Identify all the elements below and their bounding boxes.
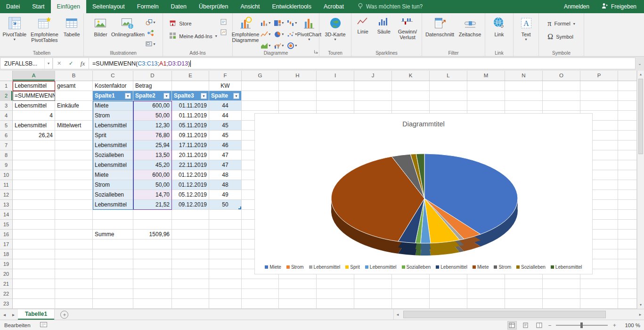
cell-K21[interactable] <box>392 279 430 289</box>
column-header-N[interactable]: N <box>505 71 543 81</box>
cell-P3[interactable] <box>580 101 618 111</box>
cell-B10[interactable] <box>55 170 93 180</box>
cell-M21[interactable] <box>467 279 505 289</box>
cell-B12[interactable] <box>55 190 93 200</box>
cell-B23[interactable] <box>55 299 93 309</box>
cell-F14[interactable] <box>209 210 242 220</box>
cell-B3[interactable]: Einkäufe <box>55 101 93 111</box>
column-header-H[interactable]: H <box>279 71 317 81</box>
cell-K3[interactable] <box>392 101 430 111</box>
cell-C8[interactable]: Sozialleben <box>93 150 133 160</box>
cell-D3[interactable]: 600,00 <box>133 101 172 111</box>
column-header-G[interactable]: G <box>242 71 279 81</box>
cell-A4[interactable]: 4 <box>13 111 55 121</box>
cell-C5[interactable]: Lebensmittel <box>93 121 133 131</box>
cell-M1[interactable] <box>467 81 505 91</box>
column-header-I[interactable]: I <box>317 71 354 81</box>
cell-B20[interactable] <box>55 269 93 279</box>
chart-type-area-icon[interactable]: ▾ <box>259 40 272 51</box>
cell-E2[interactable]: Spalte3▾ <box>172 91 209 101</box>
cell-D14[interactable] <box>133 210 172 220</box>
cell-C10[interactable]: Miete <box>93 170 133 180</box>
row-header-8[interactable]: 8 <box>0 150 13 160</box>
cell-J2[interactable] <box>354 91 392 101</box>
cell-L1[interactable] <box>430 81 467 91</box>
cell-L23[interactable] <box>430 299 467 309</box>
cell-P21[interactable] <box>580 279 618 289</box>
cell-C17[interactable] <box>93 239 133 249</box>
row-header-1[interactable]: 1 <box>0 81 13 91</box>
cell-M23[interactable] <box>467 299 505 309</box>
row-header-5[interactable]: 5 <box>0 121 13 131</box>
cell-G2[interactable] <box>242 91 279 101</box>
cell-E7[interactable]: 17.11.2019 <box>172 140 209 150</box>
cell-I2[interactable] <box>317 91 354 101</box>
cell-D20[interactable] <box>133 269 172 279</box>
column-header-F[interactable]: F <box>209 71 242 81</box>
add-sheet-button[interactable]: ＋ <box>60 311 68 319</box>
filter-dropdown-icon[interactable]: ▾ <box>201 93 207 99</box>
cell-C6[interactable]: Sprit <box>93 131 133 140</box>
cell-E19[interactable] <box>172 259 209 269</box>
text-button[interactable]: A Text ▾ <box>515 14 537 47</box>
empfohlene-diagramme-button[interactable]: Empfohlene Diagramme <box>232 14 260 47</box>
cell-x15[interactable] <box>618 220 637 230</box>
cell-G3[interactable] <box>242 101 279 111</box>
cell-x10[interactable] <box>618 170 637 180</box>
cell-A7[interactable] <box>13 140 55 150</box>
cell-H2[interactable] <box>279 91 317 101</box>
cell-E16[interactable] <box>172 230 209 239</box>
row-header-16[interactable]: 16 <box>0 230 13 239</box>
cell-A15[interactable] <box>13 220 55 230</box>
cell-x6[interactable] <box>618 131 637 140</box>
ribbon-tab-überprüfen[interactable]: Überprüfen <box>193 0 235 13</box>
cell-x7[interactable] <box>618 140 637 150</box>
cell-E3[interactable]: 01.11.2019 <box>172 101 209 111</box>
cell-J22[interactable] <box>354 289 392 299</box>
cell-F22[interactable] <box>209 289 242 299</box>
cell-E23[interactable] <box>172 299 209 309</box>
ribbon-tab-entwicklertools[interactable]: Entwicklertools <box>266 0 318 13</box>
cell-B19[interactable] <box>55 259 93 269</box>
cell-D1[interactable]: Betrag <box>133 81 172 91</box>
cell-x4[interactable] <box>618 111 637 121</box>
cell-B17[interactable] <box>55 239 93 249</box>
cell-F17[interactable] <box>209 239 242 249</box>
cell-O23[interactable] <box>543 299 580 309</box>
vertical-scroll-thumb[interactable] <box>638 79 643 154</box>
cell-F2[interactable]: Spalte▾ <box>209 91 242 101</box>
cell-F9[interactable]: 47 <box>209 160 242 170</box>
cell-L3[interactable] <box>430 101 467 111</box>
cell-A23[interactable] <box>13 299 55 309</box>
cell-N2[interactable] <box>505 91 543 101</box>
column-header-O[interactable]: O <box>543 71 580 81</box>
cell-E5[interactable]: 05.11.2019 <box>172 121 209 131</box>
cell-L22[interactable] <box>430 289 467 299</box>
cell-C11[interactable]: Strom <box>93 180 133 190</box>
cell-E10[interactable]: 01.12.2019 <box>172 170 209 180</box>
cell-K22[interactable] <box>392 289 430 299</box>
cell-G1[interactable] <box>242 81 279 91</box>
cell-D12[interactable]: 14,70 <box>133 190 172 200</box>
cell-H21[interactable] <box>279 279 317 289</box>
cell-B16[interactable] <box>55 230 93 239</box>
cell-E17[interactable] <box>172 239 209 249</box>
formen-button[interactable]: ▾ <box>146 19 155 25</box>
3d-karte-button[interactable]: 3D-Karte ▾ <box>322 14 349 47</box>
cancel-button[interactable]: ✕ <box>53 60 65 66</box>
cell-D15[interactable] <box>133 220 172 230</box>
cell-H22[interactable] <box>279 289 317 299</box>
cell-F16[interactable] <box>209 230 242 239</box>
cell-B11[interactable] <box>55 180 93 190</box>
addin-small-bottom-icon[interactable] <box>220 29 227 35</box>
cell-x5[interactable] <box>618 121 637 131</box>
cell-A11[interactable] <box>13 180 55 190</box>
cell-A19[interactable] <box>13 259 55 269</box>
sheet-nav-left-icon[interactable]: ◂ <box>0 312 9 317</box>
row-header-19[interactable]: 19 <box>0 259 13 269</box>
cell-D5[interactable]: 12,30 <box>133 121 172 131</box>
cell-K1[interactable] <box>392 81 430 91</box>
chart-type-scatter-icon[interactable]: ▾ <box>285 29 298 40</box>
pivottable-button[interactable]: PivotTable ▾ <box>1 14 28 47</box>
column-header-M[interactable]: M <box>467 71 505 81</box>
